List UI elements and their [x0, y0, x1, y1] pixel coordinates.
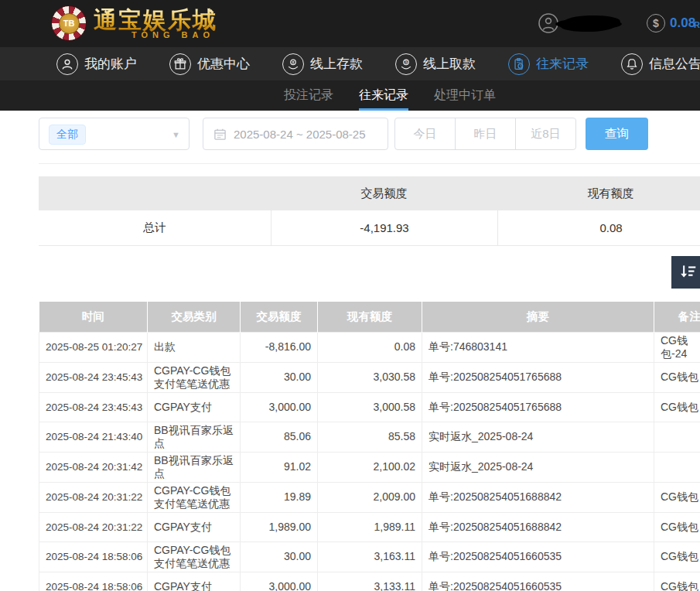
transactions-table: 时间 交易类别 交易额度 现有额度 摘要 备注 2025-08-25 01:20…	[39, 302, 700, 591]
cell-amount: 19.89	[241, 482, 318, 512]
sub-nav: 投注记录 往来记录 处理中订单	[0, 80, 700, 111]
cell-time: 2025-08-24 18:58:06	[39, 572, 148, 591]
table-row: 2025-08-24 18:58:06 CGPAY支付 3,000.00 3,1…	[39, 572, 700, 591]
main-nav: 我的账户 优惠中心 线上存款 $ 线上取款	[0, 47, 700, 80]
summary-total-label: 总计	[39, 210, 271, 245]
balance-amount: 0.08	[670, 15, 695, 31]
cell-balance: 3,000.58	[318, 392, 422, 422]
today-button[interactable]: 今日	[395, 118, 455, 149]
summary-balance-value: 0.08	[497, 210, 700, 245]
cell-amount: 3,000.00	[241, 392, 318, 422]
brand-text: 通宝娱乐城 TONG BAO	[94, 8, 217, 39]
summary-total-row: 总计 -4,191.93 0.08	[39, 210, 700, 246]
nav-item-my-account[interactable]: 我的账户	[56, 53, 140, 75]
cell-remark	[654, 422, 700, 452]
user-icon	[56, 53, 78, 75]
nav-label: 信息公告	[649, 55, 700, 73]
chevron-down-icon: ▼	[172, 130, 180, 139]
nav-item-withdraw[interactable]: $ 线上取款	[395, 53, 479, 75]
cell-time: 2025-08-24 18:58:06	[39, 541, 148, 572]
nav-label: 我的账户	[84, 55, 137, 73]
cell-type: BB视讯百家乐返点	[148, 452, 241, 482]
search-button[interactable]: 查询	[586, 118, 648, 150]
cell-type: CGPAY-CG钱包支付笔笔送优惠	[148, 541, 241, 572]
cell-balance: 2,100.02	[318, 452, 422, 482]
nav-item-announcements[interactable]: 信息公告	[621, 53, 700, 75]
sort-descending-icon	[678, 262, 698, 282]
nav-item-promotions[interactable]: 优惠中心	[169, 53, 253, 75]
nav-label: 往来记录	[536, 55, 589, 73]
col-amount: 交易额度	[241, 302, 318, 332]
nav-label: 优惠中心	[197, 55, 250, 73]
table-row: 2025-08-24 20:31:22 CGPAY支付 1,989.00 1,9…	[39, 512, 700, 541]
col-summary: 摘要	[422, 302, 654, 332]
coin-icon: $	[647, 14, 665, 32]
cell-remark: CG钱包	[654, 392, 700, 422]
cell-type: CGPAY支付	[148, 572, 241, 591]
summary-header: 交易额度 现有额度	[39, 176, 700, 210]
last-8-days-button[interactable]: 近8日	[515, 118, 575, 149]
cell-summary: 单号:202508254051660535	[422, 541, 654, 572]
divider	[39, 163, 700, 164]
nav-item-deposit[interactable]: 线上存款	[282, 53, 366, 75]
selected-type-tag[interactable]: 全部	[49, 125, 86, 145]
tab-betting-records[interactable]: 投注记录	[284, 80, 333, 111]
cell-summary: 单号:202508254051765688	[422, 392, 654, 422]
tab-pending-orders[interactable]: 处理中订单	[434, 80, 496, 111]
type-select[interactable]: 全部 ▼	[39, 118, 190, 150]
cell-amount: 91.02	[241, 452, 318, 482]
deposit-icon	[282, 53, 304, 75]
nav-label: 线上存款	[310, 55, 363, 73]
summary-table: 交易额度 现有额度 总计 -4,191.93 0.08	[39, 176, 700, 246]
quick-range-group: 今日 昨日 近8日	[394, 118, 576, 150]
brand-logo[interactable]: TB 通宝娱乐城 TONG BAO	[51, 5, 217, 41]
cell-time: 2025-08-24 20:31:22	[39, 512, 148, 541]
cell-summary: 单号:202508254051660535	[422, 572, 654, 591]
withdraw-icon: $	[395, 53, 417, 75]
nav-item-transaction-records[interactable]: 往来记录	[508, 53, 592, 75]
sort-descending-button[interactable]	[671, 256, 700, 289]
svg-text:$: $	[405, 59, 408, 64]
table-row: 2025-08-24 18:58:06 CGPAY-CG钱包支付笔笔送优惠 30…	[39, 541, 700, 572]
yesterday-button[interactable]: 昨日	[455, 118, 515, 149]
cell-summary: 单号:746803141	[422, 332, 654, 362]
redacted-username	[560, 15, 621, 33]
user-zone: $ 0.08 RMB	[534, 0, 700, 47]
cell-type: CGPAY-CG钱包支付笔笔送优惠	[148, 362, 241, 392]
tab-transaction-records[interactable]: 往来记录	[359, 80, 408, 111]
balance-currency: RMB	[694, 20, 700, 29]
cell-time: 2025-08-25 01:20:27	[39, 332, 148, 362]
cell-time: 2025-08-24 20:31:42	[39, 452, 148, 482]
date-range-input[interactable]: 2025-08-24 ~ 2025-08-25	[203, 118, 388, 150]
cell-summary: 实时返水_2025-08-24	[422, 422, 654, 452]
table-row: 2025-08-25 01:20:27 出款 -8,816.00 0.08 单号…	[39, 332, 700, 362]
summary-transaction-total: -4,191.93	[271, 210, 497, 245]
cell-balance: 85.58	[318, 422, 422, 452]
summary-col-balance: 现有额度	[497, 186, 700, 201]
cell-summary: 实时返水_2025-08-24	[422, 452, 654, 482]
cell-time: 2025-08-24 20:31:22	[39, 482, 148, 512]
cell-type: CGPAY支付	[148, 512, 241, 541]
cell-balance: 3,163.11	[318, 541, 422, 572]
cell-remark: CG钱包	[654, 512, 700, 541]
cell-amount: 85.06	[241, 422, 318, 452]
cell-balance: 3,030.58	[318, 362, 422, 392]
calendar-icon	[213, 128, 227, 141]
cell-balance: 3,133.11	[318, 572, 422, 591]
cell-balance: 1,989.11	[318, 512, 422, 541]
cell-summary: 单号:202508254051688842	[422, 482, 654, 512]
nav-label: 线上取款	[423, 55, 476, 73]
cell-time: 2025-08-24 23:45:43	[39, 362, 148, 392]
record-tabs: 投注记录 往来记录 处理中订单	[284, 80, 496, 111]
col-type: 交易类别	[148, 302, 241, 332]
cell-summary: 单号:202508254051688842	[422, 512, 654, 541]
cell-amount: 30.00	[241, 362, 318, 392]
table-header-row: 时间 交易类别 交易额度 现有额度 摘要 备注	[39, 302, 700, 332]
cell-balance: 2,009.00	[318, 482, 422, 512]
cell-remark: CG钱包	[654, 482, 700, 512]
cell-remark: CG钱包	[654, 541, 700, 572]
table-row: 2025-08-24 23:45:43 CGPAY支付 3,000.00 3,0…	[39, 392, 700, 422]
cell-remark	[654, 452, 700, 482]
brand-name: 通宝娱乐城	[94, 8, 217, 32]
cell-remark: CG钱包	[654, 362, 700, 392]
